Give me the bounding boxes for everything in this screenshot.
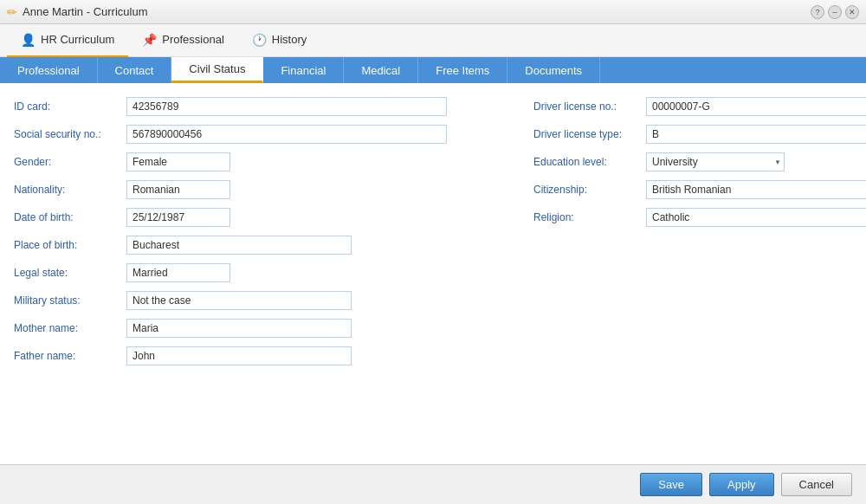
gender-label: Gender: (14, 156, 126, 168)
driver-license-type-select[interactable]: B A C D (646, 125, 866, 144)
nav-tab-history[interactable]: 🕐 History (238, 24, 320, 57)
citizenship-label: Citizenship: (533, 184, 646, 196)
sub-tab-contact[interactable]: Contact (98, 57, 172, 83)
apply-button[interactable]: Apply (709, 473, 774, 496)
driver-license-type-label: Driver license type: (533, 128, 646, 140)
place-of-birth-row: Place of birth: (14, 236, 447, 255)
sub-tab-civil-status[interactable]: Civil Status (171, 57, 263, 83)
date-of-birth-row: Date of birth: (14, 208, 447, 227)
minimize-button[interactable]: – (828, 5, 842, 19)
education-level-select-wrapper: University Primary Secondary Postgraduat… (646, 152, 785, 171)
father-name-row: Father name: (14, 346, 447, 365)
father-name-label: Father name: (14, 350, 126, 362)
social-security-input[interactable] (126, 125, 447, 144)
legal-state-label: Legal state: (14, 267, 126, 279)
date-of-birth-input[interactable] (126, 208, 230, 227)
left-form: ID card: Social security no.: Gender: Na… (14, 97, 447, 450)
driver-license-type-row: Driver license type: B A C D (533, 125, 866, 144)
id-card-row: ID card: (14, 97, 447, 116)
sub-tab-documents[interactable]: Documents (507, 57, 600, 83)
driver-license-no-row: Driver license no.: (533, 97, 866, 116)
nav-tab-professional-label: Professional (162, 33, 224, 46)
date-of-birth-label: Date of birth: (14, 211, 126, 223)
social-security-row: Social security no.: (14, 125, 447, 144)
professional-icon: 📌 (142, 33, 157, 47)
education-level-select[interactable]: University Primary Secondary Postgraduat… (646, 152, 785, 171)
help-button[interactable]: ? (811, 5, 824, 19)
sub-tab-financial[interactable]: Financial (263, 57, 344, 83)
close-button[interactable]: ✕ (845, 5, 859, 19)
content-area: ID card: Social security no.: Gender: Na… (0, 83, 866, 464)
nationality-label: Nationality: (14, 184, 126, 196)
legal-state-input[interactable] (126, 263, 230, 282)
history-icon: 🕐 (252, 33, 267, 47)
social-security-label: Social security no.: (14, 128, 126, 140)
mother-name-input[interactable] (126, 319, 352, 338)
father-name-input[interactable] (126, 346, 352, 365)
mother-name-row: Mother name: (14, 319, 447, 338)
military-status-label: Military status: (14, 294, 126, 307)
footer: Save Apply Cancel (0, 464, 866, 504)
nationality-input[interactable] (126, 180, 230, 199)
sub-tab-free-items[interactable]: Free Items (418, 57, 507, 83)
religion-row: Religion: (533, 208, 866, 227)
military-status-input[interactable] (126, 291, 352, 310)
window-controls: ? – ✕ (811, 5, 859, 19)
save-button[interactable]: Save (640, 473, 702, 496)
nationality-row: Nationality: (14, 180, 447, 199)
window-title: Anne Martin - Curriculum (23, 5, 811, 18)
id-card-label: ID card: (14, 100, 126, 113)
military-status-row: Military status: (14, 291, 447, 310)
religion-input[interactable] (646, 208, 866, 227)
id-card-input[interactable] (126, 97, 447, 116)
nav-bar: 👤 HR Curriculum 📌 Professional 🕐 History (0, 24, 866, 57)
sub-tabs: Professional Contact Civil Status Financ… (0, 57, 866, 83)
gender-row: Gender: (14, 152, 447, 171)
driver-license-no-label: Driver license no.: (533, 100, 646, 113)
sub-tab-medical[interactable]: Medical (344, 57, 418, 83)
religion-label: Religion: (533, 211, 646, 223)
education-level-label: Education level: (533, 156, 646, 168)
title-bar: ✏ Anne Martin - Curriculum ? – ✕ (0, 0, 866, 24)
place-of-birth-input[interactable] (126, 236, 352, 255)
mother-name-label: Mother name: (14, 322, 126, 334)
right-form: Driver license no.: Driver license type:… (533, 97, 866, 450)
hr-icon: 👤 (21, 33, 36, 47)
citizenship-row: Citizenship: (533, 180, 866, 199)
nav-tab-hr-curriculum[interactable]: 👤 HR Curriculum (7, 24, 128, 57)
nav-tab-hr-curriculum-label: HR Curriculum (41, 33, 114, 46)
nav-tab-history-label: History (272, 33, 307, 46)
app-icon: ✏ (7, 5, 17, 19)
legal-state-row: Legal state: (14, 263, 447, 282)
cancel-button[interactable]: Cancel (781, 473, 852, 496)
education-level-row: Education level: University Primary Seco… (533, 152, 866, 171)
sub-tab-professional[interactable]: Professional (0, 57, 98, 83)
gender-input[interactable] (126, 152, 230, 171)
driver-license-no-input[interactable] (646, 97, 866, 116)
nav-tab-professional[interactable]: 📌 Professional (128, 24, 238, 57)
driver-license-type-select-wrapper: B A C D (646, 125, 866, 144)
citizenship-input[interactable] (646, 180, 866, 199)
place-of-birth-label: Place of birth: (14, 239, 126, 251)
